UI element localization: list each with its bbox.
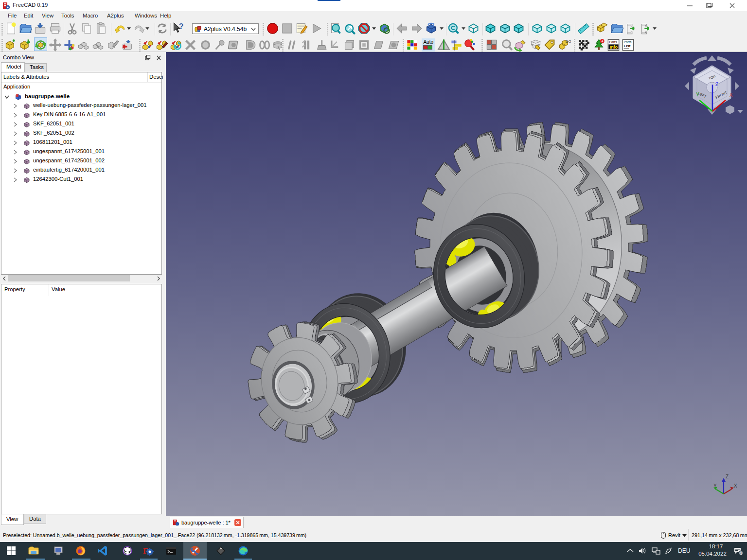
svg-text:Z: Z [715,82,718,87]
svg-text:Z: Z [726,474,729,479]
svg-text:DOF: DOF [566,39,571,44]
svg-text:X: X [734,483,737,489]
svg-text:Info: Info [610,45,618,50]
svg-text:Auto: Auto [423,39,433,45]
svg-text:List: List [624,44,631,48]
svg-text:Y: Y [713,483,717,489]
svg-text:1: 1 [740,551,743,556]
svg-text:X: X [729,92,733,98]
svg-text:?: ? [179,22,184,31]
svg-text:Y: Y [696,92,699,97]
svg-text:Parts: Parts [609,40,617,44]
